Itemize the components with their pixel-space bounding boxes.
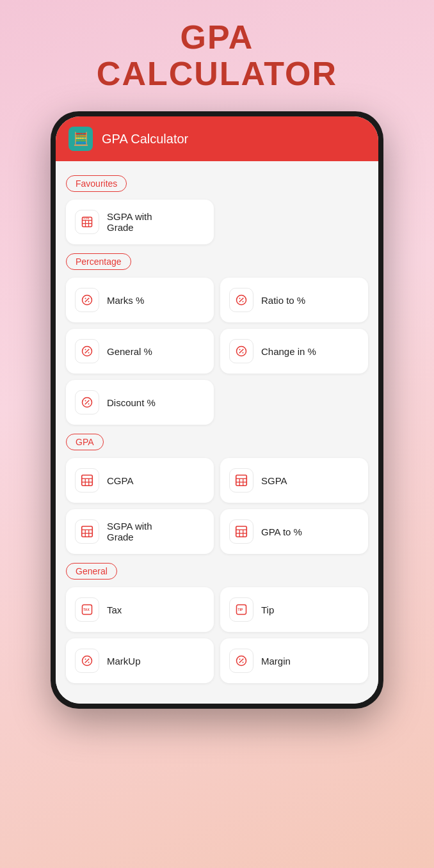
card-margin[interactable]: Margin [220, 638, 368, 683]
percent-icon-wrap-markup [75, 649, 99, 673]
calculator-icon: 🧮 [73, 131, 89, 146]
section-favourites: Favourites SGPA [66, 171, 368, 244]
percent-icon-wrap-marks [75, 288, 99, 312]
app-bar-title: GPA Calculator [102, 132, 188, 146]
percent-icon-change [235, 345, 248, 358]
card-label-gpa-percent: GPA to % [261, 526, 302, 537]
svg-rect-31 [236, 475, 247, 486]
card-markup[interactable]: MarkUp [66, 638, 214, 683]
page-title: GPA CALCULATOR [97, 19, 337, 92]
svg-text:TIP: TIP [238, 608, 243, 612]
calc-icon-wrap: SGPA [75, 210, 99, 234]
calc-icon-sgpa-grade [80, 525, 94, 539]
section-label-percentage: Percentage [66, 253, 131, 270]
percent-icon-wrap-general [75, 339, 99, 363]
svg-point-56 [239, 659, 241, 660]
card-label-general-percent: General % [107, 346, 152, 357]
percent-icon-margin [235, 654, 248, 667]
phone-screen: 🧮 GPA Calculator Favourites [56, 116, 378, 704]
svg-point-24 [85, 400, 86, 402]
card-sgpa[interactable]: SGPA [220, 458, 368, 503]
svg-point-9 [88, 301, 90, 303]
svg-point-25 [88, 404, 90, 405]
svg-rect-36 [82, 526, 93, 537]
percent-icon-wrap-discount [75, 390, 99, 414]
svg-point-17 [88, 352, 90, 354]
card-tax[interactable]: TAX Tax [66, 587, 214, 632]
section-label-gpa: GPA [66, 434, 104, 450]
svg-text:SGPA: SGPA [83, 218, 90, 221]
scroll-content: Favourites SGPA [56, 161, 378, 704]
svg-point-20 [239, 349, 241, 351]
calc-icon-cgpa [80, 473, 94, 487]
percent-icon-wrap-ratio [229, 288, 253, 312]
card-label-margin: Margin [261, 656, 291, 667]
card-label-sgpa: SGPA [261, 475, 287, 486]
section-percentage: Percentage Marks % [66, 249, 368, 425]
percent-icon-discount [81, 396, 93, 409]
calc-icon-wrap-gpa-percent [229, 519, 253, 544]
calc-icon: SGPA [81, 216, 93, 228]
svg-point-8 [85, 298, 86, 299]
svg-point-21 [243, 352, 244, 354]
app-bar-icon: 🧮 [68, 127, 93, 151]
card-label-sgpa-grade-fav: SGPA withGrade [107, 211, 152, 233]
card-label-tax: Tax [107, 604, 122, 615]
percent-icon-markup [81, 654, 93, 667]
tax-icon-wrap: TAX [75, 597, 99, 622]
percent-icon-general [81, 345, 93, 358]
card-label-marks-percent: Marks % [107, 295, 144, 306]
percent-icon-wrap-margin [229, 649, 253, 673]
calc-icon-gpa-percent [234, 525, 248, 539]
card-label-tip: Tip [261, 604, 274, 615]
section-general: General TAX Tax [66, 559, 368, 683]
svg-point-52 [85, 659, 86, 660]
card-general-percent[interactable]: General % [66, 329, 214, 374]
section-label-favourites: Favourites [66, 175, 127, 192]
card-tip[interactable]: TIP Tip [220, 587, 368, 632]
svg-point-13 [243, 301, 244, 303]
tip-icon: TIP [235, 603, 248, 616]
calc-icon-wrap-cgpa [75, 468, 99, 493]
section-gpa: GPA CGPA [66, 430, 368, 554]
card-label-sgpa-grade: SGPA withGrade [107, 521, 152, 542]
tax-icon: TAX [81, 603, 93, 616]
percent-icon-marks [81, 294, 93, 306]
app-bar: 🧮 GPA Calculator [56, 116, 378, 161]
svg-rect-41 [236, 526, 247, 537]
tip-icon-wrap: TIP [229, 597, 253, 622]
card-label-discount-percent: Discount % [107, 397, 156, 408]
card-label-ratio-percent: Ratio to % [261, 295, 305, 306]
svg-text:TAX: TAX [83, 608, 90, 612]
svg-point-12 [239, 298, 241, 299]
card-sgpa-with-grade[interactable]: SGPA withGrade [66, 509, 214, 554]
card-gpa-to-percent[interactable]: GPA to % [220, 509, 368, 554]
card-ratio-to-percent[interactable]: Ratio to % [220, 278, 368, 322]
card-label-markup: MarkUp [107, 656, 141, 667]
card-sgpa-with-grade-fav[interactable]: SGPA SGPA withGrade [66, 200, 214, 244]
card-discount-percent[interactable]: Discount % [66, 380, 214, 425]
card-cgpa[interactable]: CGPA [66, 458, 214, 503]
card-change-in-percent[interactable]: Change in % [220, 329, 368, 374]
card-label-cgpa: CGPA [107, 475, 133, 486]
section-label-general: General [66, 563, 117, 580]
percent-icon-ratio [235, 294, 248, 306]
phone-frame: 🧮 GPA Calculator Favourites [51, 111, 383, 709]
svg-rect-26 [82, 475, 93, 486]
card-marks-percent[interactable]: Marks % [66, 278, 214, 322]
card-label-change-percent: Change in % [261, 346, 316, 357]
svg-point-57 [243, 662, 244, 663]
percent-icon-wrap-change [229, 339, 253, 363]
calc-icon-wrap-sgpa [229, 468, 253, 493]
svg-point-16 [85, 349, 86, 351]
svg-point-53 [88, 662, 90, 663]
calc-icon-sgpa [234, 473, 248, 487]
calc-icon-wrap-sgpa-grade [75, 519, 99, 544]
